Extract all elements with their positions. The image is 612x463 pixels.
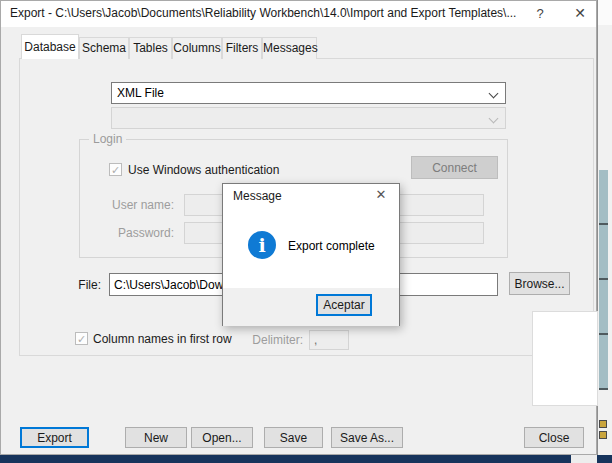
username-label: User name: (94, 197, 174, 213)
file-label: File: (61, 277, 101, 293)
screen: Export - C:\Users\Jacob\Documents\Reliab… (0, 0, 612, 463)
windows-auth-checkbox[interactable]: ✓ (109, 163, 122, 176)
colnames-label: Column names in first row (93, 331, 232, 347)
window-title: Export - C:\Users\Jacob\Documents\Reliab… (10, 6, 516, 20)
save-button[interactable]: Save (264, 427, 323, 448)
connect-button[interactable]: Connect (411, 156, 498, 179)
type-combobox[interactable]: XML File (111, 82, 506, 104)
tab-columns[interactable]: Columns (172, 37, 222, 59)
message-dialog-title: Message (233, 189, 282, 203)
windows-auth-label: Use Windows authentication (128, 162, 279, 178)
taskbar-strip (597, 455, 612, 463)
help-icon[interactable]: ? (525, 1, 555, 26)
password-label: Password: (94, 225, 174, 241)
close-icon[interactable]: ✕ (565, 1, 595, 26)
message-dialog: Message ✕ i Export complete Aceptar (222, 183, 400, 326)
background-app-icon (599, 420, 607, 428)
message-text: Export complete (288, 239, 375, 253)
tab-messages[interactable]: Messages (262, 37, 317, 59)
background-app-icon (599, 431, 607, 439)
check-icon: ✓ (77, 333, 86, 345)
check-icon: ✓ (111, 164, 120, 176)
login-group-legend: Login (89, 132, 126, 147)
info-icon: i (248, 231, 276, 259)
tab-schema[interactable]: Schema (79, 37, 129, 59)
title-bar[interactable]: Export - C:\Users\Jacob\Documents\Reliab… (1, 1, 596, 27)
delimiter-input (309, 330, 349, 350)
close-button[interactable]: Close (524, 427, 584, 448)
close-icon[interactable]: ✕ (367, 184, 395, 206)
tab-tables[interactable]: Tables (129, 37, 172, 59)
tab-filters[interactable]: Filters (222, 37, 262, 59)
export-button[interactable]: Export (20, 427, 89, 448)
side-panel (532, 311, 598, 406)
type-combobox-value: XML File (117, 86, 164, 100)
browse-button[interactable]: Browse... (509, 272, 570, 295)
message-dialog-footer (223, 288, 399, 326)
chevron-down-icon (489, 89, 499, 99)
taskbar-strip (0, 455, 571, 463)
background-grid-cells (599, 170, 608, 390)
server-combobox (111, 107, 506, 129)
background-window-top (598, 0, 612, 25)
accept-button[interactable]: Aceptar (316, 294, 372, 316)
tab-database[interactable]: Database (21, 34, 79, 59)
open-button[interactable]: Open... (191, 427, 253, 448)
colnames-checkbox[interactable]: ✓ (75, 332, 88, 345)
delimiter-label: Delimiter: (246, 332, 303, 348)
chevron-down-icon (489, 114, 499, 124)
save-as-button[interactable]: Save As... (331, 427, 403, 448)
new-button[interactable]: New (125, 427, 187, 448)
